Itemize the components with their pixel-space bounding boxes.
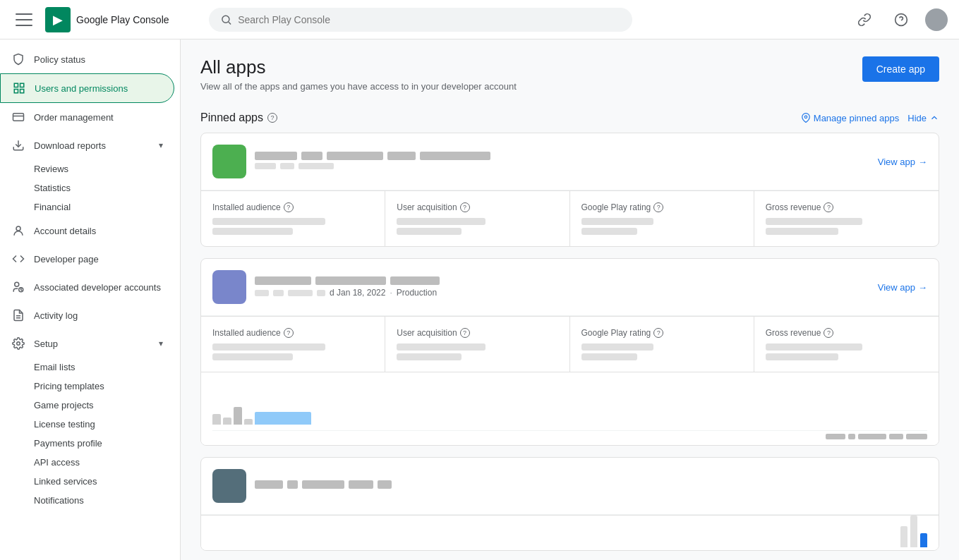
metric-value-7 — [581, 343, 654, 351]
metric-label-installed-2: Installed audience ? — [212, 328, 373, 338]
avatar[interactable] — [925, 8, 948, 31]
app-1-sub-block-3 — [298, 163, 334, 169]
metric-info-icon-3[interactable]: ? — [653, 202, 663, 212]
sidebar-sub-api-access[interactable]: API access — [0, 453, 174, 472]
metric-rating-2: Google Play rating ? — [570, 317, 754, 372]
metric-info-icon-7[interactable]: ? — [653, 328, 663, 338]
metric-info-icon-4[interactable]: ? — [824, 202, 833, 212]
app-1-name-block-3 — [327, 152, 383, 160]
metric-value-sm-3 — [581, 228, 638, 235]
svg-point-11 — [16, 226, 20, 231]
sidebar-label-developer: Developer page — [34, 254, 99, 264]
app-1-name-block-1 — [255, 152, 297, 160]
metric-info-icon-1[interactable]: ? — [284, 202, 294, 212]
sidebar-sub-pricing-templates[interactable]: Pricing templates — [0, 377, 174, 396]
search-input[interactable] — [238, 14, 621, 25]
manage-pinned-link[interactable]: Manage pinned apps — [801, 113, 899, 123]
app-card-3-header — [201, 458, 939, 515]
legend-block-4 — [889, 434, 903, 439]
sidebar-sub-reviews[interactable]: Reviews — [0, 159, 174, 178]
chart-bar-wide — [255, 412, 311, 425]
topbar: ▶ Google Play Console — [0, 0, 959, 39]
sidebar-label-users: Users and permissions — [35, 83, 128, 94]
expand-down-icon: ▾ — [159, 140, 163, 150]
metric-value-3 — [581, 218, 654, 225]
sidebar-item-download-reports[interactable]: Download reports ▾ — [0, 131, 174, 159]
hamburger-menu-button[interactable] — [11, 7, 37, 32]
svg-line-1 — [229, 22, 231, 24]
chart-bar-3-2 — [910, 516, 917, 547]
sidebar-item-associated-developer[interactable]: Associated developer accounts — [0, 273, 174, 301]
metric-installed-1: Installed audience ? — [201, 191, 385, 246]
metric-label-revenue-1: Gross revenue ? — [766, 202, 927, 212]
pinned-info-icon[interactable]: ? — [267, 113, 277, 123]
sidebar-item-setup[interactable]: Setup ▾ — [0, 329, 174, 358]
create-app-button[interactable]: Create app — [862, 56, 939, 82]
app-title: Google Play Console — [76, 14, 169, 25]
app-2-block-4 — [317, 290, 325, 296]
policy-icon — [11, 52, 25, 66]
developer-icon — [11, 252, 25, 266]
legend-block-5 — [906, 434, 927, 439]
sidebar-item-order-management[interactable]: Order management — [0, 103, 174, 131]
metric-installed-2: Installed audience ? — [201, 317, 385, 372]
app-3-block-2 — [287, 480, 298, 489]
sidebar-sub-game-projects[interactable]: Game projects — [0, 396, 174, 415]
search-bar[interactable] — [209, 8, 632, 32]
sidebar-sub-notifications[interactable]: Notifications — [0, 491, 174, 510]
app-1-info — [255, 152, 869, 172]
help-icon — [894, 13, 908, 27]
sidebar-item-developer-page[interactable]: Developer page — [0, 245, 174, 273]
metric-info-icon-6[interactable]: ? — [460, 328, 470, 338]
sidebar-item-users-permissions[interactable]: Users and permissions — [0, 73, 174, 103]
sidebar-item-account-details[interactable]: Account details — [0, 217, 174, 245]
app-card-1-header: View app → — [201, 133, 939, 190]
metric-info-icon-5[interactable]: ? — [284, 328, 294, 338]
svg-point-12 — [15, 282, 19, 286]
metric-revenue-2: Gross revenue ? — [754, 317, 939, 372]
hide-pinned-button[interactable]: Hide — [907, 113, 939, 123]
metric-value-sm-1 — [212, 228, 293, 235]
app-1-icon — [212, 145, 246, 178]
app-3-icon — [212, 469, 246, 503]
expand-down-icon-setup: ▾ — [159, 339, 163, 348]
metric-info-icon-8[interactable]: ? — [824, 328, 833, 338]
sidebar-sub-financial[interactable]: Financial — [0, 197, 174, 217]
link-button[interactable] — [852, 7, 877, 32]
app-3-block-5 — [378, 480, 392, 489]
help-button[interactable] — [888, 7, 914, 32]
sidebar-sub-linked-services[interactable]: Linked services — [0, 472, 174, 491]
metric-info-icon-2[interactable]: ? — [460, 202, 470, 212]
app-2-icon — [212, 270, 246, 304]
metric-acquisition-2: User acquisition ? — [385, 317, 569, 372]
app-card-2-header: d Jan 18, 2022 · Production View app → — [201, 259, 939, 316]
app-2-view-link[interactable]: View app → — [878, 282, 927, 293]
svg-rect-8 — [13, 114, 24, 121]
app-2-name-blurred — [255, 276, 869, 285]
sidebar-sub-email-lists[interactable]: Email lists — [0, 358, 174, 377]
page-title: All apps — [200, 56, 517, 78]
setup-icon — [11, 336, 25, 351]
app-1-subname-blurred — [255, 163, 869, 169]
app-card-3 — [200, 457, 939, 551]
metric-label-acquisition-1: User acquisition ? — [397, 202, 557, 212]
app-card-2: d Jan 18, 2022 · Production View app → I… — [200, 258, 939, 446]
sidebar-sub-license-testing[interactable]: License testing — [0, 415, 174, 434]
sidebar-label-order: Order management — [34, 112, 114, 123]
chart-legend — [212, 430, 927, 445]
app-1-sub-block-1 — [255, 163, 276, 169]
sidebar-item-activity-log[interactable]: Activity log — [0, 301, 174, 329]
sidebar-sub-payments-profile[interactable]: Payments profile — [0, 434, 174, 453]
sidebar-item-policy-status[interactable]: Policy status — [0, 45, 174, 73]
metric-value-sm-5 — [212, 353, 293, 360]
metric-acquisition-1: User acquisition ? — [385, 191, 569, 246]
arrow-right-icon-2: → — [918, 282, 927, 293]
sidebar-sub-statistics[interactable]: Statistics — [0, 178, 174, 197]
svg-rect-6 — [14, 90, 18, 93]
app-card-1: View app → Installed audience ? User acq… — [200, 133, 939, 247]
pinned-section-title: Pinned apps ? — [200, 111, 277, 124]
users-icon — [12, 81, 26, 95]
app-1-view-link[interactable]: View app → — [878, 157, 927, 167]
hamburger-icon — [16, 11, 32, 28]
app-2-date-text: d Jan 18, 2022 — [330, 288, 385, 298]
